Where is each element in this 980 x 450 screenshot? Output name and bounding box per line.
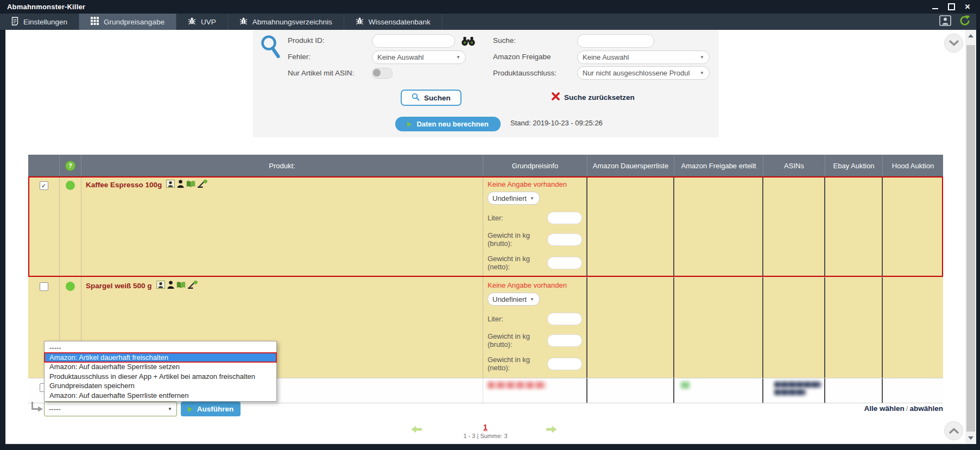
suchen-button[interactable]: Suchen [401,90,461,106]
person-icon[interactable] [177,180,184,190]
amazon-freigabe-erteilt-cell [674,378,763,403]
scroll-up-arrow-icon[interactable] [968,34,973,37]
row-checkbox[interactable]: ✓ [40,181,48,190]
ebay-auktion-cell [825,176,883,277]
grundpreis-unit-select[interactable]: Undefiniert ▼ [488,192,540,205]
previous-page-arrow-icon[interactable] [411,426,422,435]
header-grundpreisinfo: Grundpreisinfo [483,155,587,176]
current-page-number[interactable]: 1 [480,423,491,432]
user-card-icon[interactable] [166,180,175,190]
close-button[interactable]: ✕ [963,3,972,11]
liter-label: Liter: [488,214,541,222]
amazon-dauersperrliste-cell [587,378,674,403]
menu-item-einstellungen[interactable]: Einstellungen [0,14,79,30]
dropdown-option[interactable]: ----- [45,343,276,353]
chevron-down-icon: ▼ [530,196,534,201]
grundpreis-unit-select[interactable]: Undefiniert ▼ [488,293,540,306]
liter-input[interactable] [547,212,582,224]
minimize-button[interactable] [930,3,940,11]
menubar-right [939,14,976,30]
fehler-select[interactable]: Keine Auswahl ▼ [372,50,466,64]
user-card-icon[interactable] [156,281,165,291]
minimize-icon [932,8,938,9]
pagination-summary: 1 - 3 | Summe: 3 [445,433,526,439]
alle-waehlen-link[interactable]: Alle wählen [864,404,904,413]
vertical-scrollbar[interactable] [965,30,976,444]
dropdown-option[interactable]: Produktausschluss in dieser App + Artike… [45,372,276,382]
brutto-input[interactable] [547,334,582,347]
product-name: Kaffee Espresso 100g [86,181,162,189]
brutto-label: Gewicht in kg (brutto): [488,332,541,348]
abwaehlen-link[interactable]: abwählen [909,404,943,413]
header-asins: ASINs [763,155,825,176]
next-page-arrow-icon[interactable] [546,426,557,435]
dropdown-option[interactable]: Amazon: Auf dauerhafte Sperrliste setzen [45,362,276,372]
scroll-to-bottom-button[interactable] [944,34,963,53]
fehler-label: Fehler: [288,53,311,61]
book-icon[interactable] [176,281,186,291]
brutto-label: Gewicht in kg (brutto): [488,231,541,248]
dropdown-option-selected[interactable]: Amazon: Artikel dauerhaft freischalten [45,353,276,363]
maximize-button[interactable] [946,3,956,11]
window-controls: ✕ [930,3,980,11]
apply-to-selection-arrow-icon [30,402,43,416]
nur-asin-toggle[interactable] [372,68,393,79]
bug-icon [356,17,364,27]
refresh-icon[interactable] [959,15,971,29]
redacted-text [488,382,546,389]
menu-item-label: Grundpreisangabe [104,18,165,26]
ausfuehren-button[interactable]: Ausführen [181,402,241,416]
dropdown-option[interactable]: Amazon: Auf dauerhafte Sperrliste entfer… [45,391,276,401]
netto-input[interactable] [547,358,582,370]
liter-label: Liter: [488,315,541,323]
scroll-down-arrow-icon[interactable] [968,436,973,440]
user-avatar-icon[interactable] [939,15,951,28]
book-icon[interactable] [186,180,195,190]
status-green-dot [66,282,75,291]
grundpreisinfo-cell: Keine Angabe vorhanden Undefiniert ▼ Lit… [483,277,587,378]
settings-icon [11,17,18,27]
grundpreisinfo-cell: Keine Angabe vorhanden Undefiniert ▼ Lit… [483,176,587,277]
menu-item-wissensdatenbank[interactable]: Wissensdatenbank [344,14,442,30]
suche-zuruecksetzen-label: Suche zurücksetzen [564,93,635,102]
gavel-icon[interactable] [198,180,207,190]
person-icon[interactable] [167,281,174,291]
row-checkbox[interactable] [40,282,48,291]
app-window: Abmahnmonster-Killer ✕ Einstellungen Gru… [0,0,980,450]
netto-input[interactable] [547,257,582,269]
menu-item-uvp[interactable]: UVP [176,14,228,30]
gavel-icon[interactable] [188,281,198,291]
help-icon[interactable]: ? [65,161,75,171]
search-icon [412,93,420,103]
grundpreis-unit-value: Undefiniert [492,194,527,202]
binoculars-icon[interactable] [461,36,476,48]
redacted-text [774,382,821,388]
suche-zuruecksetzen-button[interactable]: Suche zurücksetzen [551,92,635,103]
redacted-status [681,382,690,389]
row-status-cell [60,176,81,277]
produkt-id-input[interactable] [372,34,455,48]
amazon-freigabe-select[interactable]: Keine Auswahl ▼ [577,50,710,64]
suche-input[interactable] [577,34,654,48]
window-frame-left [0,30,5,450]
bug-icon [188,17,196,27]
window-frame-right [976,0,980,450]
liter-input[interactable] [547,313,582,325]
dropdown-option[interactable]: Grundpreisdaten speichern [45,381,276,391]
titlebar: Abmahnmonster-Killer ✕ [0,0,980,14]
produktausschluss-select[interactable]: Nur nicht ausgeschlossene Produl ▼ [577,66,710,80]
daten-neu-berechnen-button[interactable]: Daten neu berechnen [395,117,501,131]
brutto-input[interactable] [547,233,582,246]
scroll-to-top-button[interactable] [944,421,963,440]
menu-item-abmahnungsverzeichnis[interactable]: Abmahnungsverzeichnis [228,14,344,30]
menu-item-label: Wissensdatenbank [369,18,431,26]
scrollbar-thumb[interactable] [966,45,975,432]
search-icon [258,33,282,61]
produktausschluss-label: Produktausschluss: [493,69,557,77]
menu-item-grundpreisangabe[interactable]: Grundpreisangabe [79,14,176,30]
asins-cell [763,378,825,403]
amazon-dauersperrliste-cell [587,277,674,378]
select-all-toggle[interactable]: Alle wählen/abwählen [864,404,943,413]
nur-asin-label: Nur Artikel mit ASIN: [288,69,354,77]
action-select[interactable]: ----- ▼ [44,402,177,416]
